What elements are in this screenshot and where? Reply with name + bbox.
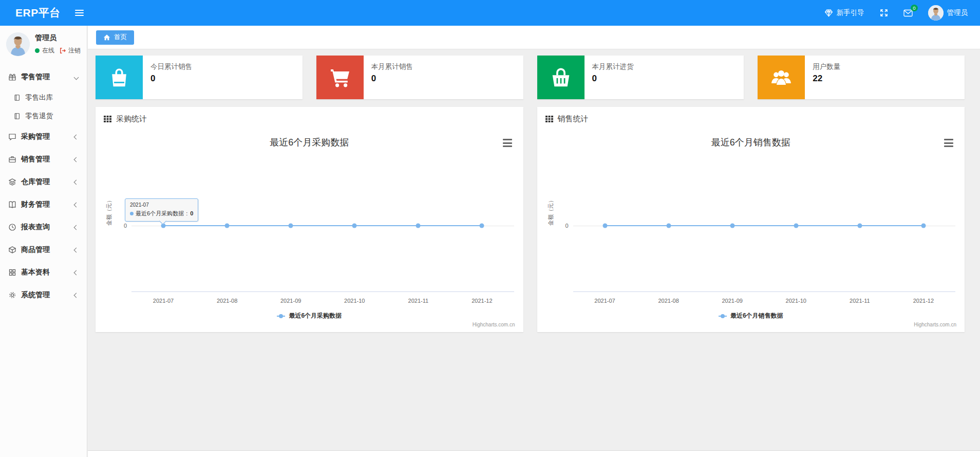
gear-icon bbox=[8, 291, 16, 299]
sidebar-item-retail[interactable]: 零售管理 bbox=[0, 66, 87, 88]
panel-title: 采购统计 bbox=[116, 114, 147, 124]
purchase-chart: 最近6个月采购数据 金额（元） 0 2021-07 最近6个月采购数据: bbox=[104, 126, 515, 326]
tooltip-series-dot bbox=[130, 212, 134, 215]
chart-tooltip: 2021-07 最近6个月采购数据: 0 bbox=[125, 198, 198, 222]
chart-legend[interactable]: 最近6个月销售数据 bbox=[545, 312, 957, 320]
sidebar-item-purchase[interactable]: 采购管理 bbox=[0, 125, 87, 148]
chevron-left-icon bbox=[74, 247, 79, 252]
sidebar-user-avatar bbox=[6, 32, 30, 56]
sidebar-item-sales[interactable]: 销售管理 bbox=[0, 148, 87, 171]
user-avatar bbox=[928, 5, 944, 21]
tab-bar: 首页 bbox=[88, 26, 980, 49]
x-axis-labels: 2021-072021-082021-092021-102021-112021-… bbox=[131, 298, 514, 304]
chevron-left-icon bbox=[74, 157, 79, 162]
gift-icon bbox=[8, 73, 16, 81]
stat-value: 0 bbox=[592, 74, 634, 84]
sales-stats-panel: 销售统计 最近6个月销售数据 金额（元） 0 2021-072021-08202… bbox=[537, 107, 965, 332]
stat-label: 今日累计销售 bbox=[150, 62, 192, 71]
highcharts-credits[interactable]: Highcharts.com.cn bbox=[473, 322, 515, 327]
stat-card-today-sales: 今日累计销售 0 bbox=[96, 56, 303, 99]
chevron-left-icon bbox=[74, 134, 79, 139]
stat-card-month-purchase: 本月累计进货 0 bbox=[537, 56, 744, 99]
chevron-left-icon bbox=[74, 225, 79, 230]
sidebar-item-finance[interactable]: 财务管理 bbox=[0, 193, 87, 216]
stat-label: 本月累计进货 bbox=[592, 62, 634, 71]
chart-title: 最近6个月采购数据 bbox=[104, 136, 515, 149]
book-icon bbox=[8, 200, 16, 209]
sidebar-user-name: 管理员 bbox=[35, 33, 81, 43]
sidebar-item-products[interactable]: 商品管理 bbox=[0, 239, 87, 261]
sidebar-item-system[interactable]: 系统管理 bbox=[0, 284, 87, 306]
cart-icon bbox=[316, 56, 364, 99]
app-brand: ERP平台 bbox=[0, 6, 72, 20]
sidebar-user-panel: 管理员 在线 注销 bbox=[0, 26, 87, 63]
stat-label: 用户数量 bbox=[813, 62, 840, 71]
journal-icon bbox=[13, 113, 21, 120]
sidebar-item-reports[interactable]: 报表查询 bbox=[0, 216, 87, 239]
tab-home[interactable]: 首页 bbox=[96, 30, 134, 45]
legend-line-marker-icon bbox=[277, 314, 285, 318]
journal-icon bbox=[13, 94, 21, 101]
chart-legend[interactable]: 最近6个月采购数据 bbox=[104, 312, 515, 320]
sidebar-toggle-button[interactable] bbox=[72, 5, 87, 21]
layers-icon bbox=[8, 178, 16, 186]
th-grid-icon bbox=[104, 115, 111, 123]
y-axis-tick: 0 bbox=[565, 223, 568, 229]
chart-panels-row: 采购统计 最近6个月采购数据 金额（元） 0 2021-07 bbox=[96, 107, 965, 332]
footer bbox=[88, 450, 980, 457]
chat-icon bbox=[8, 133, 16, 141]
top-navbar: ERP平台 新手引导 0 bbox=[0, 0, 980, 26]
messages-button[interactable]: 0 bbox=[903, 9, 913, 17]
fullscreen-icon bbox=[880, 9, 888, 17]
plot-area: 金额（元） 0 2021-07 最近6个月采购数据: 0 bbox=[131, 159, 514, 292]
users-icon bbox=[758, 56, 805, 99]
sidebar-item-basic-data[interactable]: 基本资料 bbox=[0, 261, 87, 284]
grid-icon bbox=[8, 268, 16, 277]
sidebar-menu: 零售管理 零售出库 零售退货 采购管理 销售管理 bbox=[0, 66, 87, 306]
legend-line-marker-icon bbox=[719, 314, 727, 318]
user-name: 管理员 bbox=[947, 8, 968, 17]
y-axis-tick: 0 bbox=[124, 223, 127, 229]
fullscreen-button[interactable] bbox=[880, 9, 888, 17]
stat-value: 22 bbox=[813, 74, 840, 84]
sidebar-item-retail-return[interactable]: 零售退货 bbox=[0, 107, 87, 125]
chart-menu-button[interactable] bbox=[502, 138, 513, 148]
guide-link[interactable]: 新手引导 bbox=[824, 8, 864, 17]
purchase-stats-panel: 采购统计 最近6个月采购数据 金额（元） 0 2021-07 bbox=[96, 107, 523, 332]
sidebar-item-warehouse[interactable]: 仓库管理 bbox=[0, 171, 87, 193]
chart-menu-button[interactable] bbox=[943, 138, 954, 148]
hamburger-icon bbox=[75, 8, 84, 17]
package-icon bbox=[8, 246, 16, 254]
chevron-left-icon bbox=[74, 293, 79, 298]
logout-link[interactable]: 注销 bbox=[68, 46, 81, 55]
sidebar: 管理员 在线 注销 零售管理 零售出库 bbox=[0, 26, 87, 457]
clock-icon bbox=[8, 223, 16, 231]
stat-card-month-sales: 本月累计销售 0 bbox=[316, 56, 523, 99]
sales-chart: 最近6个月销售数据 金额（元） 0 2021-072021-082021-092… bbox=[545, 126, 957, 326]
plot-area: 金额（元） 0 bbox=[573, 159, 956, 292]
th-grid-icon bbox=[545, 115, 553, 123]
gem-icon bbox=[824, 9, 833, 17]
chevron-left-icon bbox=[74, 179, 79, 185]
panel-title: 销售统计 bbox=[558, 114, 589, 124]
stat-label: 本月累计销售 bbox=[371, 62, 413, 71]
navbar-right: 新手引导 0 管理员 bbox=[824, 5, 980, 21]
stat-value: 0 bbox=[150, 74, 192, 84]
chart-title: 最近6个月销售数据 bbox=[545, 136, 957, 149]
user-menu[interactable]: 管理员 bbox=[928, 5, 968, 21]
chevron-left-icon bbox=[74, 202, 79, 207]
chevron-left-icon bbox=[74, 270, 79, 275]
online-status-icon bbox=[35, 48, 40, 53]
highcharts-credits[interactable]: Highcharts.com.cn bbox=[914, 322, 956, 327]
sidebar-item-retail-outbound[interactable]: 零售出库 bbox=[0, 88, 87, 107]
stat-card-user-count: 用户数量 22 bbox=[758, 56, 965, 99]
messages-count-badge: 0 bbox=[911, 5, 917, 11]
logout-icon bbox=[59, 47, 66, 54]
main-content: 首页 今日累计销售 0 本月累计销售 0 bbox=[88, 26, 980, 450]
chevron-down-icon bbox=[74, 75, 79, 80]
x-axis-labels: 2021-072021-082021-092021-102021-112021-… bbox=[573, 298, 956, 304]
stat-value: 0 bbox=[371, 74, 413, 84]
briefcase-icon bbox=[8, 155, 16, 163]
stat-cards-row: 今日累计销售 0 本月累计销售 0 本月累计进货 0 bbox=[96, 56, 965, 99]
shopping-bag-icon bbox=[96, 56, 143, 99]
